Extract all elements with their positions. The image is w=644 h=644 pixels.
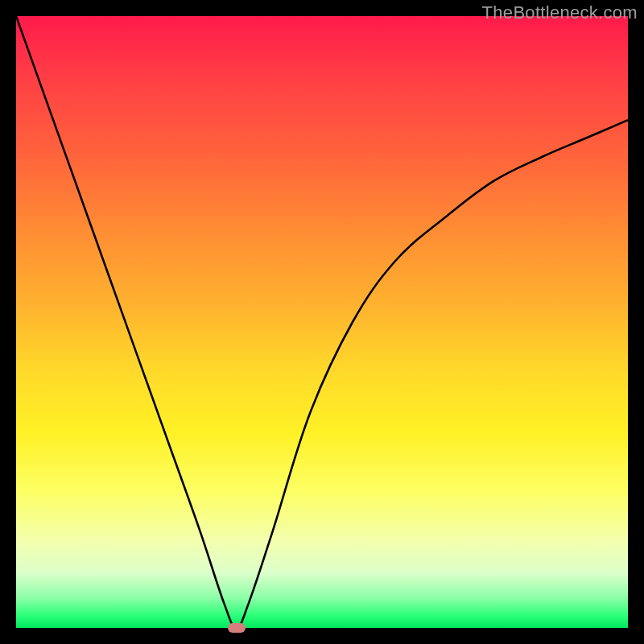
watermark-text: TheBottleneck.com <box>482 2 638 23</box>
optimum-marker <box>228 623 246 633</box>
chart-frame: TheBottleneck.com <box>0 0 644 644</box>
plot-area <box>16 16 628 628</box>
curve-svg <box>16 16 628 628</box>
bottleneck-curve <box>16 16 628 628</box>
